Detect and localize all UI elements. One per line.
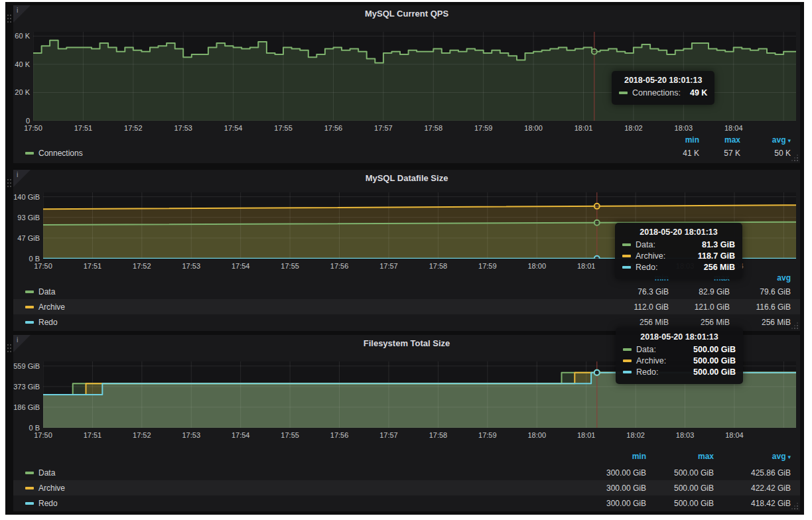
x-axis-tick-label: 17:50 <box>17 123 49 133</box>
tooltip-series-row: Redo:500.00 GiB <box>623 367 736 377</box>
x-axis-tick-label: 18:01 <box>571 430 602 440</box>
x-axis-tick-label: 17:52 <box>117 123 149 133</box>
tooltip-series-dash-icon <box>623 348 632 351</box>
stat-max-value: 57 K <box>699 149 740 158</box>
tooltip-series-label: Archive: <box>636 251 665 261</box>
tooltip-series-dash-icon <box>622 243 631 246</box>
panel-title[interactable]: MySQL Current QPS <box>13 9 800 19</box>
tooltip-series-dash-icon <box>623 371 632 373</box>
legend-color-dash[interactable] <box>25 321 34 324</box>
sort-caret-icon: ▾ <box>787 454 791 460</box>
legend-color-dash[interactable] <box>25 487 34 489</box>
x-axis-tick-label: 17:51 <box>76 430 108 440</box>
x-axis-tick-label: 17:52 <box>126 430 158 440</box>
legend-color-dash[interactable] <box>25 291 34 293</box>
chart-tooltip: 2018-05-20 18:01:13Data:81.3 GiBArchive:… <box>615 223 742 279</box>
legend-series-name[interactable]: Connections <box>38 149 83 158</box>
stat-min-value: 300.00 GiB <box>578 499 646 508</box>
legend-series-name[interactable]: Redo <box>38 318 58 327</box>
stats-header-min[interactable]: min <box>578 452 646 462</box>
stat-avg-value: 256 MiB <box>730 318 791 327</box>
chart-tooltip: 2018-05-20 18:01:13Connections:49 K <box>612 71 714 105</box>
tooltip-series-label: Redo: <box>636 263 657 272</box>
panel-title[interactable]: MySQL Datafile Size <box>13 173 800 183</box>
stat-min-value: 112.0 GiB <box>608 302 669 312</box>
stat-avg-value: 422.42 GiB <box>714 484 791 493</box>
row-drag-handle[interactable] <box>7 13 12 31</box>
legend-stats-header: minmaxavg▾ <box>578 452 791 462</box>
tooltip-series-row: Data:81.3 GiB <box>622 240 735 249</box>
legend-row: Connections41 K57 K50 K <box>13 146 800 161</box>
tooltip-timestamp: 2018-05-20 18:01:13 <box>619 76 707 85</box>
stat-min-value: 76.3 GiB <box>608 287 669 296</box>
legend-row: Data300.00 GiB500.00 GiB425.86 GiB <box>13 465 800 480</box>
y-axis-tick-label: 40 K <box>13 60 30 69</box>
legend-color-dash[interactable] <box>25 472 34 474</box>
legend-row: Archive300.00 GiB500.00 GiB422.42 GiB <box>13 480 800 495</box>
legend-series-name[interactable]: Redo <box>38 499 58 508</box>
x-axis-tick-label: 17:55 <box>274 261 306 271</box>
x-axis-tick-label: 17:55 <box>274 430 306 440</box>
x-axis-tick-label: 17:50 <box>27 430 59 440</box>
y-axis-tick-label: 559 GiB <box>13 361 40 371</box>
x-axis-tick-label: 17:57 <box>368 123 399 133</box>
tooltip-series-row: Redo:256 MiB <box>622 263 735 272</box>
legend-stats-values: 76.3 GiB82.9 GiB79.6 GiB <box>608 287 791 296</box>
legend-row: Data76.3 GiB82.9 GiB79.6 GiB <box>13 284 800 299</box>
stat-min-value: 256 MiB <box>608 318 669 327</box>
stat-max-value: 256 MiB <box>669 318 730 327</box>
chart-tooltip: 2018-05-20 18:01:13Data:500.00 GiBArchiv… <box>616 328 743 384</box>
x-axis-tick-label: 18:02 <box>618 123 649 133</box>
tooltip-series-label: Data: <box>636 240 655 249</box>
legend-row: Archive112.0 GiB121.0 GiB116.6 GiB <box>13 299 800 314</box>
x-axis-tick-label: 18:01 <box>571 261 602 271</box>
stats-header-max[interactable]: max <box>699 135 740 146</box>
legend-stats-values: 112.0 GiB121.0 GiB116.6 GiB <box>608 302 791 312</box>
tooltip-series-value: 500.00 GiB <box>684 367 736 377</box>
x-axis-tick-label: 18:02 <box>620 430 651 440</box>
x-axis-tick-label: 17:59 <box>468 123 500 133</box>
tooltip-series-label: Redo: <box>636 367 658 377</box>
y-axis-tick-label: 93 GiB <box>13 213 40 222</box>
y-axis-tick-label: 20 K <box>13 88 30 97</box>
x-axis-tick-label: 18:00 <box>517 123 549 133</box>
stats-header-max[interactable]: max <box>646 452 714 462</box>
sort-caret-icon: ▾ <box>787 137 791 144</box>
crosshair-point-marker <box>594 370 600 375</box>
tooltip-series-dash-icon <box>619 92 628 94</box>
legend-color-dash[interactable] <box>25 152 34 155</box>
tooltip-series-label: Data: <box>636 345 656 354</box>
stat-min-value: 41 K <box>658 149 699 158</box>
x-axis-tick-label: 17:51 <box>67 123 99 133</box>
stat-max-value: 500.00 GiB <box>646 468 714 478</box>
x-axis-tick-label: 18:00 <box>521 261 553 271</box>
x-axis-tick-label: 17:58 <box>417 123 449 133</box>
row-drag-handle[interactable] <box>7 178 12 195</box>
y-axis-tick-label: 373 GiB <box>13 382 40 391</box>
stat-avg-value: 50 K <box>740 149 791 158</box>
legend-series-name[interactable]: Data <box>38 468 55 478</box>
stats-header-avg[interactable]: avg▾ <box>740 135 791 146</box>
crosshair-point-marker <box>592 49 597 54</box>
stat-max-value: 500.00 GiB <box>646 499 714 508</box>
legend-table: Data76.3 GiB82.9 GiB79.6 GiBArchive112.0… <box>13 284 800 330</box>
legend-series-name[interactable]: Data <box>38 287 55 296</box>
x-axis-tick-label: 17:56 <box>324 430 356 440</box>
x-axis-tick-label: 17:57 <box>373 430 405 440</box>
legend-series-name[interactable]: Archive <box>38 484 65 493</box>
stat-avg-value: 418.42 GiB <box>714 499 791 508</box>
stats-header-avg[interactable]: avg▾ <box>714 452 791 462</box>
x-axis-tick-label: 17:58 <box>422 261 454 271</box>
y-axis-tick-label: 186 GiB <box>13 403 40 412</box>
legend-series-name[interactable]: Archive <box>38 302 65 312</box>
x-axis-tick-label: 17:58 <box>422 430 454 440</box>
legend-stats-values: 300.00 GiB500.00 GiB418.42 GiB <box>578 499 791 508</box>
x-axis-tick-label: 17:53 <box>167 123 199 133</box>
legend-color-dash[interactable] <box>25 306 34 308</box>
row-drag-handle[interactable] <box>7 343 12 360</box>
crosshair-point-marker <box>594 204 600 209</box>
legend-stats-header: minmaxavg▾ <box>658 135 791 146</box>
stats-header-min[interactable]: min <box>658 135 699 146</box>
legend-color-dash[interactable] <box>25 502 34 505</box>
tooltip-series-value: 500.00 GiB <box>684 356 736 365</box>
